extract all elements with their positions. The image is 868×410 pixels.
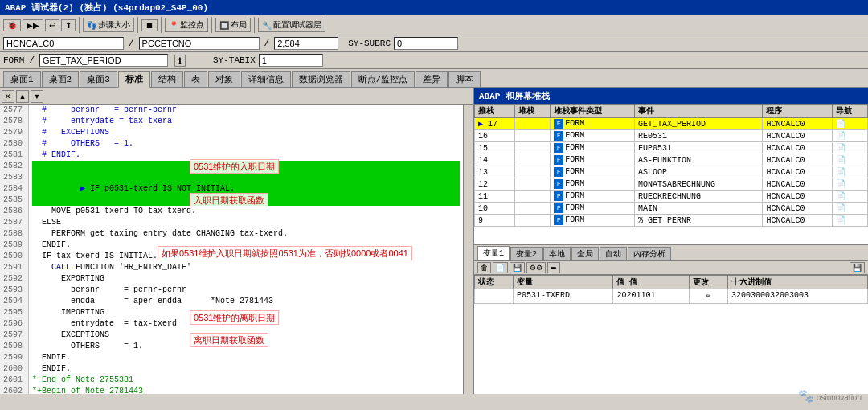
stack-row-14[interactable]: 14 FFORM AS-FUNKTION HCNCALC0 📄 [475, 154, 868, 166]
var-paste-btn[interactable]: ➡ [547, 262, 560, 273]
var-tab-global[interactable]: 全局 [571, 247, 599, 260]
form-name-field[interactable] [39, 54, 168, 67]
code-line-2589: EXPORTING [32, 273, 460, 285]
footsteps-icon: 👣 [87, 21, 96, 30]
var-config-btn[interactable]: 💾 [850, 262, 865, 273]
var-copy-btn[interactable]: ⚙⚙ [526, 262, 546, 273]
line-numbers: 2577 2578 2579 2580 2581 2582 2583 2584 … [0, 105, 29, 394]
tab-diff[interactable]: 差异 [416, 71, 448, 87]
tab-breakpoint[interactable]: 断点/监控点 [351, 71, 416, 87]
sep4 [211, 17, 212, 33]
annotation-leave-date: 0531维护的离职日期 [190, 310, 279, 325]
stack-row-11[interactable]: 11 FFORM RUECKRECHNUNG HCNCALC0 📄 [475, 191, 868, 203]
function-field[interactable] [139, 37, 260, 50]
stop-icon: ⏹ [145, 21, 154, 30]
var-row-2 [475, 301, 868, 304]
var-row-1[interactable]: P0531-TXERD 20201101 ✏ 3200300032003003 [475, 289, 868, 301]
btn-step4[interactable]: ⬆ [61, 19, 76, 31]
tab-desktop1[interactable]: 桌面1 [3, 71, 41, 87]
sep3 [161, 17, 162, 33]
form-icon-12: F [554, 179, 563, 189]
nav-icon-13: 📄 [836, 168, 845, 177]
panel-controls: ✕ ▲ ▼ [0, 88, 45, 105]
stack-row-10[interactable]: 10 FFORM MAIN HCNCALC0 📄 [475, 203, 868, 215]
nav-icon-12: 📄 [836, 180, 845, 189]
code-line-2585: PERFORM get_taxing_entry_date CHANGING t… [32, 228, 460, 240]
var-delete-btn[interactable]: 🗑 [477, 262, 491, 273]
tab-table[interactable]: 表 [184, 71, 207, 87]
tab-standard[interactable]: 标准 [118, 71, 150, 88]
sy-subrc-value[interactable] [394, 37, 458, 50]
window-title: ABAP 调试器(2) (独占) (s4prdap02_S4P_00) [5, 2, 208, 14]
nav-icon-9: 📄 [836, 216, 845, 225]
nav-icon-16: 📄 [836, 132, 845, 141]
btn-step2[interactable]: ▶▶ [23, 19, 43, 31]
annotation-entry-func: 入职日期获取函数 [190, 193, 268, 207]
close-panel-btn[interactable]: ✕ [2, 90, 14, 103]
var-col-status: 状态 [475, 276, 514, 289]
watermark: 🐾 osinnovation [798, 388, 862, 404]
tab-detail[interactable]: 详细信息 [241, 71, 291, 87]
code-line-2578: # entrydate = tax-txera [32, 116, 460, 127]
stack-col-event: 事件 [634, 105, 762, 118]
toolbar: 🐞 ▶▶ ↩ ⬆ 👣 步骤大小 ⏹ 📍 监控点 🔲 布局 🔧 配置调试器层 [0, 15, 868, 35]
arrow-indicator: ▶ [80, 184, 90, 193]
vertical-scrollbar[interactable] [463, 105, 473, 394]
stack-row-12[interactable]: 12 FFORM MONATSABRECHNUNG HCNCALC0 📄 [475, 178, 868, 191]
var-toolbar: 🗑 📄 💾 ⚙⚙ ➡ 💾 [474, 261, 868, 275]
program-field[interactable] [3, 37, 124, 50]
btn-monitor[interactable]: 📍 监控点 [165, 18, 208, 32]
sy-tabix-value[interactable] [259, 54, 323, 67]
title-bar: ABAP 调试器(2) (独占) (s4prdap02_S4P_00) [0, 0, 868, 15]
form-label: FORM [3, 55, 24, 65]
scroll-up-btn[interactable]: ▲ [16, 90, 29, 103]
field-slash: / [127, 39, 136, 48]
stack-row-16[interactable]: 16 FFORM RE0531 HCNCALC0 📄 [475, 130, 868, 142]
annotation-condition: 如果0531维护入职日期就按照0531为准，否则找0000或者0041 [158, 246, 412, 260]
stack-title: ABAP 和屏幕堆栈 [479, 92, 550, 101]
btn-step-size[interactable]: 👣 步骤大小 [83, 18, 134, 32]
sy-tabix-label: SY-TABIX [213, 55, 256, 65]
sep5 [254, 17, 255, 33]
var-tab-local[interactable]: 本地 [543, 247, 571, 260]
step3-icon: ↩ [49, 21, 55, 30]
tab-object[interactable]: 对象 [208, 71, 240, 87]
tab-script[interactable]: 脚本 [448, 71, 481, 87]
var-tab-auto[interactable]: 自动 [600, 247, 627, 260]
code-line-2598: * End of Note 2755381 [32, 375, 460, 386]
btn-step[interactable]: 🐞 [3, 19, 21, 31]
btn-step3[interactable]: ↩ [45, 19, 59, 31]
fields-row-2: FORM / ℹ SY-TABIX [0, 52, 868, 69]
tab-structure[interactable]: 结构 [151, 71, 183, 87]
tab-desktop2[interactable]: 桌面2 [42, 71, 80, 87]
tab-desktop3[interactable]: 桌面3 [80, 71, 117, 87]
var-save-btn[interactable]: 💾 [510, 262, 525, 273]
config-icon: 🔧 [262, 21, 272, 30]
var-tab-2[interactable]: 变量2 [510, 247, 542, 260]
var-add-btn[interactable]: 📄 [493, 262, 508, 273]
code-line-2596: ENDIF. [32, 352, 460, 363]
line-field[interactable] [274, 37, 338, 50]
step2-icon: ▶▶ [27, 21, 39, 30]
btn-config[interactable]: 🔧 配置调试器层 [258, 18, 326, 32]
btn-layout[interactable]: 🔲 布局 [215, 18, 251, 32]
form-icon-11: F [554, 191, 563, 201]
var-tab-memory[interactable]: 内存分析 [628, 247, 671, 260]
stack-row-9[interactable]: 9 FFORM %_GET_PERNR HCNCALC0 📄 [475, 215, 868, 227]
stack-row-13[interactable]: 13 FFORM ASLOOP HCNCALC0 📄 [475, 166, 868, 178]
form-info-btn[interactable]: ℹ [174, 55, 186, 67]
stack-row-17[interactable]: ▶ 17 FFORM GET_TAX_PERIOD HCNCALC0 📄 [475, 118, 868, 130]
btn-stop[interactable]: ⏹ [141, 19, 158, 31]
tab-data-browser[interactable]: 数据浏览器 [292, 71, 350, 87]
nav-icon-10: 📄 [836, 204, 845, 213]
stack-row-15[interactable]: 15 FFORM FUP0531 HCNCALC0 📄 [475, 142, 868, 154]
step4-icon: ⬆ [65, 21, 72, 30]
main-content: ✕ ▲ ▼ 2577 2578 2579 2580 2581 2582 2583… [0, 88, 868, 394]
scroll-down-btn[interactable]: ▼ [31, 90, 43, 103]
stack-col-type: 堆栈事件类型 [551, 105, 635, 118]
right-panel: ABAP 和屏幕堆栈 推栈 堆栈 堆栈事件类型 事件 程序 导航 [474, 88, 868, 394]
code-body: 2577 2578 2579 2580 2581 2582 2583 2584 … [0, 105, 473, 394]
form-icon-9: F [554, 215, 563, 225]
nav-icon-17: 📄 [836, 120, 845, 129]
var-tab-1[interactable]: 变量1 [477, 246, 510, 260]
